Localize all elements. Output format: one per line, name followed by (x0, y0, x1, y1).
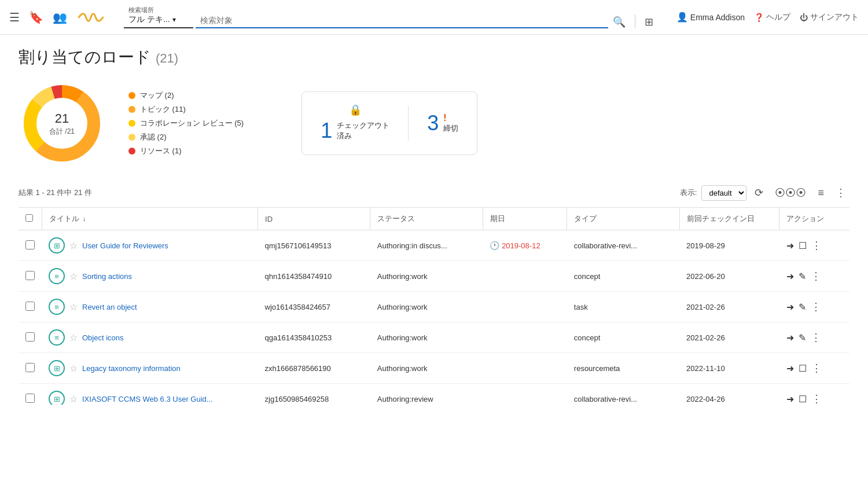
action-navigate-icon[interactable]: ➜ (786, 394, 794, 405)
row-type: collaborative-revi... (574, 241, 637, 250)
filter-icon[interactable]: ⊞ (640, 16, 658, 28)
results-area: 結果 1 - 21 件中 21 件 表示: default ⟳ ⦿⦿⦿ ≡ ⋮ (0, 178, 868, 405)
action-more-icon[interactable]: ⋮ (811, 300, 821, 313)
row-type-cell: concept (567, 261, 679, 292)
row-title[interactable]: Sorting actions (82, 272, 132, 281)
logo[interactable] (76, 7, 105, 28)
th-title[interactable]: タイトル ↓ (42, 208, 258, 230)
action-navigate-icon[interactable]: ➜ (786, 332, 794, 343)
table-row: ≡ ☆ Sorting actions qhn1614358474910Auth… (19, 261, 849, 292)
th-status[interactable]: ステータス (370, 208, 483, 230)
row-type-cell: concept (567, 322, 679, 353)
action-more-icon[interactable]: ⋮ (811, 362, 822, 374)
help-button[interactable]: ❓ ヘルプ (754, 12, 790, 23)
star-icon[interactable]: ☆ (69, 302, 78, 313)
row-title-cell: ⊞ ☆ User Guide for Reviewers (42, 230, 258, 261)
results-count: 結果 1 - 21 件中 21 件 (19, 188, 92, 198)
legend-item-approval: 承認 (2) (128, 132, 244, 142)
action-secondary-icon[interactable]: ☐ (799, 394, 807, 405)
refresh-icon[interactable]: ⟳ (751, 184, 767, 201)
donut-label: 21 合計 /21 (49, 111, 75, 136)
action-secondary-icon[interactable]: ☐ (799, 363, 807, 374)
action-navigate-icon[interactable]: ➜ (786, 271, 794, 282)
signout-button[interactable]: ⏻ サインアウト (800, 12, 859, 23)
user-info[interactable]: 👤 Emma Addison (676, 12, 745, 23)
action-secondary-icon[interactable]: ☐ (799, 240, 807, 251)
row-checkbox[interactable] (25, 394, 35, 403)
table-body: ⊞ ☆ User Guide for Reviewers qmj15671061… (19, 230, 849, 405)
row-checkin-cell: 2021-02-26 (679, 292, 779, 322)
menu-icon[interactable]: ☰ (9, 10, 20, 24)
action-navigate-icon[interactable]: ➜ (786, 302, 794, 313)
action-secondary-icon[interactable]: ✎ (799, 332, 806, 343)
more-options-icon[interactable]: ⋮ (832, 184, 849, 201)
table-head: タイトル ↓ ID ステータス 期日 タイプ (19, 208, 849, 230)
row-title[interactable]: Revert an object (82, 303, 137, 311)
row-type-cell: collaborative-revi... (567, 384, 679, 405)
row-title[interactable]: Legacy taxonomy information (82, 364, 181, 373)
action-more-icon[interactable]: ⋮ (811, 331, 821, 344)
row-checkin-cell: 2021-02-26 (679, 322, 779, 353)
filter-rows-icon[interactable]: ≡ (814, 185, 827, 201)
th-action: アクション (779, 208, 849, 230)
row-checkbox[interactable] (25, 302, 35, 311)
action-navigate-icon[interactable]: ➜ (786, 363, 794, 374)
row-checkbox-cell (19, 292, 42, 322)
th-checkin[interactable]: 前回チェックイン日 (679, 208, 779, 230)
row-title[interactable]: Object icons (82, 333, 124, 342)
row-action-cell: ➜ ✎ ⋮ (779, 292, 849, 322)
action-secondary-icon[interactable]: ✎ (799, 302, 806, 313)
row-id-cell: qga1614358410253 (258, 322, 370, 353)
star-icon[interactable]: ☆ (69, 332, 78, 343)
row-action-cell: ➜ ✎ ⋮ (779, 322, 849, 353)
th-id[interactable]: ID (258, 208, 370, 230)
action-more-icon[interactable]: ⋮ (811, 392, 822, 405)
table-row: ≡ ☆ Revert an object wjo1614358424657Aut… (19, 292, 849, 322)
select-all-checkbox[interactable] (25, 214, 33, 222)
th-type[interactable]: タイプ (567, 208, 679, 230)
search-location-value: フル テキ... ▾ (128, 14, 189, 25)
results-header: 結果 1 - 21 件中 21 件 表示: default ⟳ ⦿⦿⦿ ≡ ⋮ (19, 178, 849, 208)
row-id: wjo1614358424657 (265, 303, 331, 311)
row-checkbox[interactable] (25, 271, 35, 280)
search-input[interactable] (196, 13, 608, 27)
star-icon[interactable]: ☆ (69, 394, 78, 405)
legend-label-approval: 承認 (2) (140, 132, 167, 142)
star-icon[interactable]: ☆ (69, 240, 78, 251)
action-more-icon[interactable]: ⋮ (811, 270, 821, 282)
people-icon[interactable]: 👥 (53, 10, 67, 24)
legend-dot-resource (128, 148, 135, 155)
columns-icon[interactable]: ⦿⦿⦿ (771, 185, 810, 201)
row-status-cell: Authoring:work (370, 292, 483, 322)
row-checkbox[interactable] (25, 332, 35, 342)
legend-item-collab: コラボレーション レビュー (5) (128, 118, 244, 128)
view-select[interactable]: default (701, 185, 746, 201)
stat-divider (408, 106, 409, 141)
search-location-dropdown[interactable]: 検索場所 フル テキ... ▾ (124, 6, 193, 28)
action-secondary-icon[interactable]: ✎ (799, 271, 806, 282)
row-checkbox-cell (19, 384, 42, 405)
row-checkbox[interactable] (25, 240, 35, 249)
row-title[interactable]: User Guide for Reviewers (82, 241, 168, 250)
legend-label-collab: コラボレーション レビュー (5) (140, 118, 244, 128)
action-navigate-icon[interactable]: ➜ (786, 240, 794, 251)
star-icon[interactable]: ☆ (69, 363, 78, 374)
table-row: ⊞ ☆ Legacy taxonomy information zxh16668… (19, 353, 849, 384)
row-checkbox[interactable] (25, 363, 35, 372)
bookmark-icon[interactable]: 🔖 (29, 10, 43, 24)
user-icon: 👤 (676, 12, 688, 23)
th-date[interactable]: 期日 (483, 208, 567, 230)
chart-legend: マップ (2) トピック (11) コラボレーション レビュー (5) 承認 (… (128, 90, 244, 156)
search-icon[interactable]: 🔍 (608, 16, 630, 28)
search-input-wrapper (196, 13, 608, 28)
row-id-cell: qhn1614358474910 (258, 261, 370, 292)
star-icon[interactable]: ☆ (69, 271, 78, 282)
legend-label-map: マップ (2) (140, 90, 174, 101)
row-title[interactable]: IXIASOFT CCMS Web 6.3 User Guid... (82, 395, 213, 403)
row-action-cell: ➜ ☐ ⋮ (779, 353, 849, 384)
exclamation-icon: ! (443, 113, 458, 123)
row-status-cell: Authoring:work (370, 353, 483, 384)
table-row: ⊞ ☆ IXIASOFT CCMS Web 6.3 User Guid... z… (19, 384, 849, 405)
action-more-icon[interactable]: ⋮ (811, 239, 822, 252)
row-date-cell: 🕐2019-08-12 (483, 230, 567, 261)
